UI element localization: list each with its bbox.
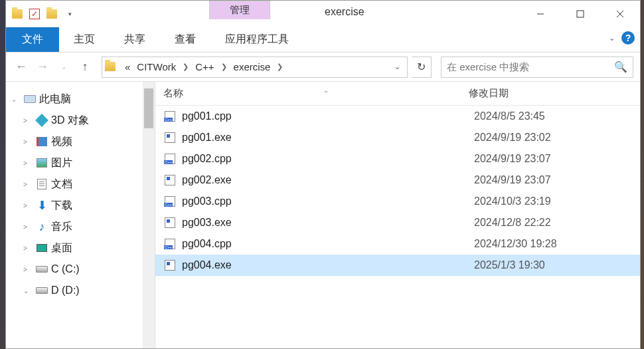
file-row[interactable]: pg001.exe2024/9/19 23:02: [155, 127, 640, 148]
drive-icon: [36, 266, 48, 273]
chevron-right-icon[interactable]: ❯: [274, 62, 285, 71]
file-date: 2025/1/3 19:30: [474, 259, 545, 271]
file-date: 2024/9/19 23:07: [474, 174, 551, 186]
file-list[interactable]: pg001.cpp2024/8/5 23:45pg001.exe2024/9/1…: [155, 106, 640, 348]
cube-icon: [35, 114, 48, 127]
close-button[interactable]: [600, 1, 640, 27]
ribbon-tabs: 文件 主页 共享 查看 应用程序工具 ⌄ ?: [6, 27, 640, 53]
properties-icon[interactable]: ✓: [27, 7, 42, 21]
search-box[interactable]: 🔍: [441, 57, 633, 78]
title-bar: ✓ ▾ 管理 exercise: [6, 1, 640, 27]
tree-item[interactable]: >视频: [6, 131, 155, 152]
tab-home[interactable]: 主页: [59, 27, 110, 52]
context-tab-label[interactable]: 管理: [209, 1, 270, 19]
drive-icon: [36, 287, 48, 294]
file-row[interactable]: pg004.cpp2024/12/30 19:28: [155, 233, 640, 255]
exe-file-icon: [165, 175, 175, 185]
file-name: pg001.cpp: [182, 110, 474, 122]
address-dropdown-icon[interactable]: ⌄: [390, 62, 404, 71]
scrollbar[interactable]: [143, 82, 155, 348]
file-row[interactable]: pg004.exe2025/1/3 19:30: [155, 255, 640, 276]
file-row[interactable]: pg002.cpp2024/9/19 23:07: [155, 148, 640, 170]
minimize-button[interactable]: [521, 1, 560, 27]
column-name[interactable]: 名称 ⌃: [163, 87, 469, 100]
cpp-file-icon: [165, 154, 175, 164]
tree-this-pc[interactable]: ⌄ 此电脑: [6, 88, 155, 110]
window-title: exercise: [325, 6, 364, 18]
tree-caret-icon[interactable]: >: [23, 160, 33, 167]
tree-item-label: 音乐: [51, 220, 72, 234]
file-name: pg004.exe: [182, 259, 474, 271]
file-name: pg003.cpp: [182, 195, 474, 207]
tree-item-label: 桌面: [51, 241, 72, 255]
tree-caret-icon[interactable]: >: [23, 181, 33, 188]
tree-item[interactable]: >⬇下载: [6, 195, 155, 216]
ribbon-collapse-icon[interactable]: ⌄: [609, 34, 615, 43]
new-folder-icon[interactable]: [44, 7, 59, 21]
file-row[interactable]: pg003.cpp2024/10/3 23:19: [155, 191, 640, 212]
picture-icon: [37, 158, 47, 168]
tree-item[interactable]: >桌面: [6, 237, 155, 259]
tree-item-label: 文档: [51, 177, 72, 191]
chevron-right-icon[interactable]: ❯: [180, 62, 191, 71]
folder-icon[interactable]: [10, 7, 25, 21]
tree-caret-icon[interactable]: >: [23, 202, 33, 209]
back-button[interactable]: ←: [13, 58, 30, 76]
navigation-pane[interactable]: ⌄ 此电脑 >3D 对象>视频>图片>文档>⬇下载>♪音乐>桌面>C (C:)⌄…: [6, 82, 155, 348]
file-row[interactable]: pg001.cpp2024/8/5 23:45: [155, 106, 640, 127]
file-name: pg001.exe: [182, 132, 474, 144]
file-row[interactable]: pg002.exe2024/9/19 23:07: [155, 170, 640, 191]
tab-view[interactable]: 查看: [160, 27, 210, 52]
tree-item-label: 图片: [51, 156, 72, 170]
qat-dropdown-icon[interactable]: ▾: [62, 7, 76, 21]
tree-item[interactable]: >3D 对象: [6, 110, 155, 131]
tree-item-label: C (C:): [51, 263, 80, 275]
refresh-button[interactable]: ↻: [412, 57, 432, 78]
column-date[interactable]: 修改日期: [469, 87, 509, 100]
file-date: 2024/9/19 23:02: [474, 132, 551, 144]
file-row[interactable]: pg003.exe2024/12/8 22:22: [155, 212, 640, 233]
forward-button[interactable]: →: [34, 58, 51, 76]
navigation-bar: ← → ⌄ ↑ « CITWork ❯ C++ ❯ exercise ❯ ⌄ ↻…: [6, 53, 640, 82]
maximize-button[interactable]: [560, 1, 600, 27]
chevron-down-icon[interactable]: ⌄: [11, 96, 21, 103]
tab-share[interactable]: 共享: [110, 27, 160, 52]
up-button[interactable]: ↑: [76, 58, 94, 76]
tree-caret-icon[interactable]: >: [23, 138, 33, 146]
explorer-window: ✓ ▾ 管理 exercise 文件 主页 共享 查看 应用程序工具 ⌄ ? ←…: [5, 0, 641, 349]
address-bar[interactable]: « CITWork ❯ C++ ❯ exercise ❯ ⌄: [102, 57, 408, 78]
tab-app-tools[interactable]: 应用程序工具: [210, 27, 303, 52]
help-icon[interactable]: ?: [621, 31, 635, 45]
tree-item[interactable]: >C (C:): [6, 259, 155, 280]
breadcrumb-seg-0[interactable]: CITWork: [134, 60, 179, 74]
recent-dropdown-icon[interactable]: ⌄: [55, 58, 72, 76]
breadcrumb-seg-2[interactable]: exercise: [231, 60, 274, 74]
tree-caret-icon[interactable]: ⌄: [23, 287, 33, 294]
tree-item-label: 下载: [51, 199, 72, 213]
tree-item[interactable]: ⌄D (D:): [6, 280, 155, 301]
download-icon: ⬇: [37, 198, 47, 213]
tree-item-label: D (D:): [51, 285, 80, 296]
tree-caret-icon[interactable]: >: [23, 245, 33, 252]
tree-caret-icon[interactable]: >: [23, 223, 33, 231]
file-date: 2024/9/19 23:07: [474, 153, 551, 165]
tree-item-label: 3D 对象: [51, 114, 89, 128]
chevron-right-icon[interactable]: ❯: [218, 62, 230, 71]
tree-item[interactable]: >♪音乐: [6, 216, 155, 237]
scrollbar-thumb[interactable]: [144, 88, 153, 128]
desktop-icon: [37, 244, 47, 252]
search-icon[interactable]: 🔍: [614, 60, 627, 73]
tree-item[interactable]: >图片: [6, 152, 155, 174]
video-icon: [37, 137, 47, 146]
pc-icon: [24, 95, 36, 103]
tree-caret-icon[interactable]: >: [23, 117, 33, 124]
search-input[interactable]: [447, 61, 614, 72]
file-tab[interactable]: 文件: [6, 27, 59, 52]
tree-caret-icon[interactable]: >: [23, 266, 33, 273]
file-name: pg003.exe: [182, 217, 474, 229]
tree-item-label: 视频: [51, 135, 72, 149]
tree-label: 此电脑: [39, 92, 71, 106]
exe-file-icon: [165, 217, 175, 228]
tree-item[interactable]: >文档: [6, 174, 155, 195]
breadcrumb-seg-1[interactable]: C++: [193, 60, 216, 74]
